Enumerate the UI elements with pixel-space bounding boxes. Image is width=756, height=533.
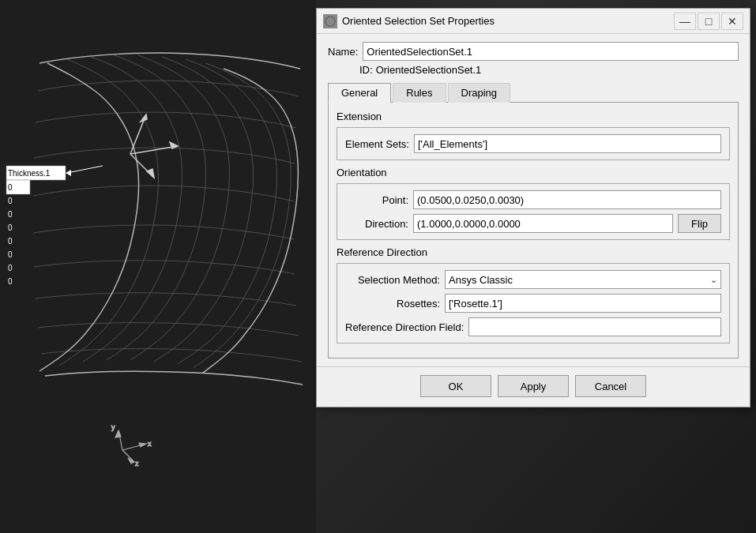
selection-method-row: Selection Method: Ansys Classic ⌄ xyxy=(345,270,721,289)
svg-text:0: 0 xyxy=(8,197,13,205)
svg-text:Thickness.1: Thickness.1 xyxy=(8,169,51,178)
cancel-button[interactable]: Cancel xyxy=(575,375,646,397)
svg-text:y: y xyxy=(111,423,115,431)
direction-label: Direction: xyxy=(345,218,408,230)
svg-point-30 xyxy=(328,19,333,24)
tab-content-general: Extension Element Sets: Orientation Poin… xyxy=(328,103,739,358)
element-sets-row: Element Sets: xyxy=(345,134,721,153)
dialog-body: Name: ID: OrientedSelectionSet.1 General… xyxy=(317,34,750,366)
svg-text:0: 0 xyxy=(8,264,13,272)
minimize-button[interactable]: — xyxy=(674,13,696,30)
reference-direction-section: Selection Method: Ansys Classic ⌄ Rosett… xyxy=(337,263,730,343)
dialog-footer: OK Apply Cancel xyxy=(317,366,750,407)
svg-text:0: 0 xyxy=(8,210,13,219)
dialog-title: Oriented Selection Set Properties xyxy=(342,15,495,27)
svg-text:0: 0 xyxy=(8,183,13,192)
name-input[interactable] xyxy=(363,42,739,61)
svg-text:0: 0 xyxy=(8,237,13,246)
ref-direction-field-row: Reference Direction Field: xyxy=(345,317,721,336)
ok-button[interactable]: OK xyxy=(420,375,491,397)
tab-general[interactable]: General xyxy=(328,83,391,103)
svg-text:0: 0 xyxy=(8,250,13,259)
tab-draping[interactable]: Draping xyxy=(448,83,511,103)
svg-text:x: x xyxy=(148,440,152,448)
svg-text:z: z xyxy=(135,460,139,467)
dialog-icon xyxy=(323,14,337,28)
rosettes-label: Rosettes: xyxy=(345,298,440,310)
element-sets-input[interactable] xyxy=(414,134,721,153)
apply-button[interactable]: Apply xyxy=(498,375,569,397)
point-input[interactable] xyxy=(413,190,721,209)
point-label: Point: xyxy=(345,194,408,206)
svg-rect-0 xyxy=(0,0,316,533)
orientation-section-label: Orientation xyxy=(337,167,730,178)
ref-direction-section-label: Reference Direction xyxy=(337,246,730,258)
svg-text:0: 0 xyxy=(8,223,13,232)
tab-bar: General Rules Draping xyxy=(328,82,739,103)
close-button[interactable]: ✕ xyxy=(721,13,743,30)
name-row: Name: xyxy=(328,42,739,61)
id-row: ID: OrientedSelectionSet.1 xyxy=(328,64,739,76)
dialog-window: Oriented Selection Set Properties — □ ✕ … xyxy=(316,8,750,407)
tab-rules[interactable]: Rules xyxy=(393,83,446,103)
flip-button[interactable]: Flip xyxy=(678,214,721,233)
id-value: OrientedSelectionSet.1 xyxy=(376,64,482,76)
rosettes-input[interactable] xyxy=(445,294,721,313)
orientation-section: Point: Direction: Flip xyxy=(337,183,730,240)
maximize-button[interactable]: □ xyxy=(698,13,720,30)
rosettes-row: Rosettes: xyxy=(345,294,721,313)
selection-method-value: Ansys Classic xyxy=(449,274,513,286)
selection-method-select[interactable]: Ansys Classic ⌄ xyxy=(445,270,721,289)
extension-section: Element Sets: xyxy=(337,127,730,160)
ref-direction-field-label: Reference Direction Field: xyxy=(345,321,464,333)
svg-text:0: 0 xyxy=(8,277,13,286)
chevron-down-icon: ⌄ xyxy=(710,275,717,285)
selection-method-label: Selection Method: xyxy=(345,274,440,286)
ref-direction-field-input[interactable] xyxy=(468,317,721,336)
name-label: Name: xyxy=(328,46,358,58)
point-row: Point: xyxy=(345,190,721,209)
title-bar: Oriented Selection Set Properties — □ ✕ xyxy=(317,9,750,34)
extension-section-label: Extension xyxy=(337,111,730,122)
id-label: ID: xyxy=(359,64,373,76)
element-sets-label: Element Sets: xyxy=(345,138,409,150)
direction-row: Direction: Flip xyxy=(345,214,721,233)
window-controls: — □ ✕ xyxy=(674,13,743,30)
direction-input[interactable] xyxy=(413,214,673,233)
